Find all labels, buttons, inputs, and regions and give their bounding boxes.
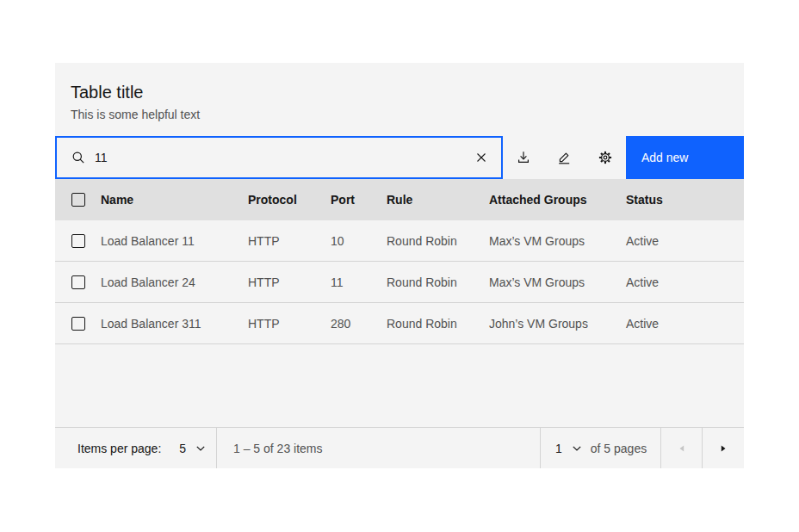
cell-rule: Round Robin xyxy=(387,234,489,248)
download-icon xyxy=(517,151,530,164)
close-icon xyxy=(476,152,486,163)
next-page-button[interactable] xyxy=(703,428,744,468)
column-header-protocol: Protocol xyxy=(248,193,331,207)
select-all-checkbox[interactable] xyxy=(71,193,85,207)
download-button[interactable] xyxy=(503,136,544,179)
data-table-widget: Table title This is some helpful text xyxy=(55,63,744,468)
table-empty-area xyxy=(55,344,744,427)
search-box xyxy=(55,136,503,179)
edit-button[interactable] xyxy=(544,136,585,179)
pagination-range: 1 – 5 of 23 items xyxy=(217,428,541,468)
row-checkbox[interactable] xyxy=(71,234,85,248)
table-toolbar: Add new xyxy=(55,136,744,179)
cell-protocol: HTTP xyxy=(248,317,331,331)
items-per-page-label: Items per page: xyxy=(77,442,161,455)
cell-port: 10 xyxy=(331,234,387,248)
cell-attached-groups: Max’s VM Groups xyxy=(489,234,626,248)
table-header-row: Name Protocol Port Rule Attached Groups … xyxy=(55,179,744,220)
page-number-select[interactable]: 1 xyxy=(555,442,581,455)
select-all-cell xyxy=(55,193,101,207)
items-per-page-select[interactable]: 5 xyxy=(161,442,205,455)
cell-attached-groups: John’s VM Groups xyxy=(489,317,626,331)
pagination-range-text: 1 – 5 of 23 items xyxy=(233,442,323,455)
items-per-page-value: 5 xyxy=(179,442,186,455)
search-clear-button[interactable] xyxy=(461,138,501,177)
column-header-name: Name xyxy=(101,193,248,207)
table-row: Load Balancer 11 HTTP 10 Round Robin Max… xyxy=(55,220,744,262)
row-select-cell xyxy=(55,275,101,289)
table-row: Load Balancer 311 HTTP 280 Round Robin J… xyxy=(55,303,744,344)
cell-status: Active xyxy=(626,234,744,248)
page-title: Table title xyxy=(71,81,728,103)
column-header-status: Status xyxy=(626,193,744,207)
column-header-rule: Rule xyxy=(387,193,489,207)
page-select-section: 1 of 5 pages xyxy=(541,428,661,468)
cell-name: Load Balancer 311 xyxy=(101,317,248,331)
cell-rule: Round Robin xyxy=(387,317,489,331)
cell-rule: Round Robin xyxy=(387,275,489,289)
row-select-cell xyxy=(55,317,101,331)
cell-name: Load Balancer 11 xyxy=(101,234,248,248)
page-subtitle: This is some helpful text xyxy=(71,107,728,122)
cell-status: Active xyxy=(626,317,744,331)
search-input[interactable] xyxy=(95,138,461,177)
previous-page-button[interactable] xyxy=(661,428,703,468)
column-header-port: Port xyxy=(331,193,387,207)
cell-protocol: HTTP xyxy=(248,234,331,248)
settings-icon xyxy=(598,151,612,164)
settings-button[interactable] xyxy=(585,136,626,179)
items-per-page-section: Items per page: 5 xyxy=(55,428,217,468)
row-select-cell xyxy=(55,234,101,248)
cell-attached-groups: Max’s VM Groups xyxy=(489,275,626,289)
cell-name: Load Balancer 24 xyxy=(101,275,248,289)
table-row: Load Balancer 24 HTTP 11 Round Robin Max… xyxy=(55,262,744,303)
chevron-down-icon xyxy=(196,446,205,451)
cell-protocol: HTTP xyxy=(248,275,331,289)
row-checkbox[interactable] xyxy=(71,317,85,331)
chevron-down-icon xyxy=(573,446,581,451)
page-number-value: 1 xyxy=(555,442,562,455)
column-header-attached-groups: Attached Groups xyxy=(489,193,626,207)
caret-left-icon xyxy=(678,444,685,453)
toolbar-actions xyxy=(503,136,626,179)
search-icon xyxy=(71,151,85,164)
add-new-button[interactable]: Add new xyxy=(626,136,744,179)
cell-port: 280 xyxy=(331,317,387,331)
row-checkbox[interactable] xyxy=(71,275,85,289)
caret-right-icon xyxy=(720,444,727,453)
cell-port: 11 xyxy=(331,275,387,289)
pagination-bar: Items per page: 5 1 – 5 of 23 items 1 of… xyxy=(55,427,744,468)
total-pages-text: of 5 pages xyxy=(591,442,647,455)
table-header: Table title This is some helpful text xyxy=(55,63,744,136)
edit-icon xyxy=(557,151,571,164)
cell-status: Active xyxy=(626,275,744,289)
